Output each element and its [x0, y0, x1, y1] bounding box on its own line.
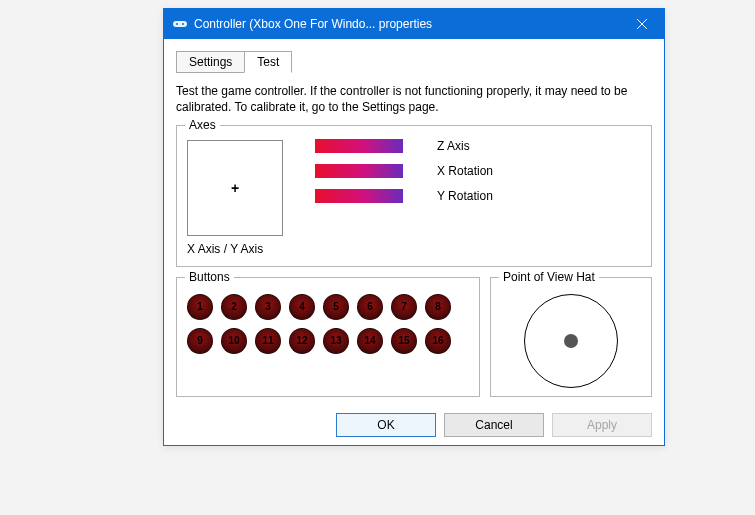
controller-button: 11 [255, 328, 281, 354]
controller-button: 2 [221, 294, 247, 320]
controller-button: 6 [357, 294, 383, 320]
axis-bar-xrot: X Rotation [315, 161, 493, 181]
svg-point-1 [176, 23, 178, 25]
window-title: Controller (Xbox One For Windo... proper… [194, 17, 432, 31]
axes-group: Axes + X Axis / Y Axis Z Axis X Rotatio [176, 125, 652, 267]
instruction-text: Test the game controller. If the control… [176, 83, 652, 115]
tab-test[interactable]: Test [244, 51, 292, 73]
buttons-group: Buttons 1 2 3 4 5 6 7 8 9 10 [176, 277, 480, 397]
axis-bar-label: X Rotation [437, 164, 493, 178]
buttons-legend: Buttons [185, 270, 234, 284]
axis-bar-z: Z Axis [315, 136, 493, 156]
controller-button: 14 [357, 328, 383, 354]
tab-settings[interactable]: Settings [176, 51, 245, 73]
game-controller-icon [172, 16, 188, 32]
controller-button: 3 [255, 294, 281, 320]
xy-cursor: + [231, 181, 239, 195]
titlebar: Controller (Xbox One For Windo... proper… [164, 9, 664, 39]
close-button[interactable] [620, 9, 664, 39]
controller-button: 15 [391, 328, 417, 354]
controller-button: 9 [187, 328, 213, 354]
axis-bars: Z Axis X Rotation Y Rotation [315, 136, 493, 256]
controller-button: 10 [221, 328, 247, 354]
pov-legend: Point of View Hat [499, 270, 599, 284]
axis-bar-yrot: Y Rotation [315, 186, 493, 206]
ok-button[interactable]: OK [336, 413, 436, 437]
controller-button: 4 [289, 294, 315, 320]
pov-dot [564, 334, 578, 348]
controller-button: 13 [323, 328, 349, 354]
xy-axis-label: X Axis / Y Axis [187, 242, 283, 256]
pov-circle [524, 294, 618, 388]
close-icon [636, 18, 648, 30]
axis-bar-indicator [315, 139, 403, 153]
dialog-window: Controller (Xbox One For Windo... proper… [163, 8, 665, 446]
xy-block: + X Axis / Y Axis [187, 136, 283, 256]
dialog-footer: OK Cancel Apply [176, 407, 652, 437]
controller-button: 16 [425, 328, 451, 354]
axis-bar-indicator [315, 164, 403, 178]
dialog-body: Settings Test Test the game controller. … [164, 39, 664, 445]
cancel-button[interactable]: Cancel [444, 413, 544, 437]
axis-bar-label: Z Axis [437, 139, 470, 153]
xy-axis-box: + [187, 140, 283, 236]
controller-button: 5 [323, 294, 349, 320]
controller-button: 1 [187, 294, 213, 320]
svg-point-2 [182, 23, 184, 25]
svg-rect-0 [173, 21, 187, 27]
buttons-grid: 1 2 3 4 5 6 7 8 9 10 11 12 13 [187, 288, 469, 354]
controller-button: 7 [391, 294, 417, 320]
axis-bar-label: Y Rotation [437, 189, 493, 203]
controller-button: 8 [425, 294, 451, 320]
axis-bar-indicator [315, 189, 403, 203]
tabrow: Settings Test [176, 51, 652, 73]
controller-button: 12 [289, 328, 315, 354]
pov-group: Point of View Hat [490, 277, 652, 397]
apply-button: Apply [552, 413, 652, 437]
axes-legend: Axes [185, 118, 220, 132]
